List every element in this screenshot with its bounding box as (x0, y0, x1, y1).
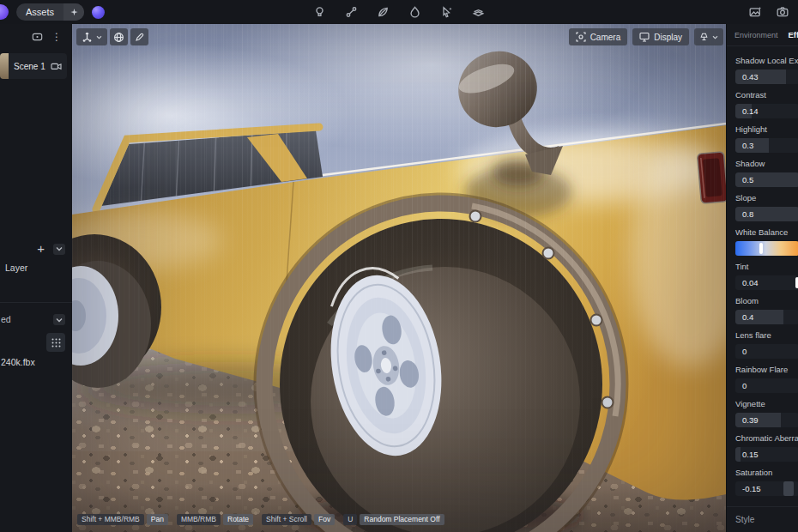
chevron-down-icon (96, 35, 102, 39)
scene-camera-icon[interactable] (51, 62, 62, 71)
hint-keys: MMB/RMB (177, 514, 221, 525)
assets-label: Assets (16, 3, 63, 21)
leaf-tool-icon[interactable] (378, 6, 390, 18)
hint-pair: Shift + Scroll Fov (262, 514, 335, 525)
app-badge[interactable] (0, 4, 9, 20)
slider-handle[interactable] (783, 481, 794, 496)
slider-label: Highlight (735, 124, 798, 134)
tab-environment[interactable]: Environment (735, 31, 778, 39)
tools-toolbar (314, 0, 485, 24)
slider-slope: Slope 0.8 (735, 193, 798, 221)
panel-tabs: EnvironmentEffect (727, 24, 798, 46)
scene-card-icon[interactable] (32, 32, 43, 42)
display-icon (639, 32, 650, 42)
hint-action: Random Placement Off (360, 514, 444, 525)
slider-value: 0.04 (742, 275, 759, 290)
slider-shadow: Shadow 0.5 (735, 159, 798, 187)
scene-item[interactable]: Scene 1 (0, 53, 67, 79)
slider-white-balance: White Balance (735, 227, 798, 256)
display-button-label: Display (654, 33, 682, 42)
slider-tint: Tint 0.04 (735, 262, 798, 290)
slider-value: 0.39 (742, 413, 759, 427)
sidebar-menu-icon[interactable]: ⋮ (51, 32, 62, 42)
sparkle-icon[interactable] (63, 3, 84, 21)
slider-track[interactable]: -0.15 (735, 481, 798, 496)
slider-track[interactable]: 0.14 (735, 104, 798, 118)
slider-fill (735, 447, 741, 462)
app-window: Assets (0, 0, 798, 532)
slider-saturation: Saturation -0.15 (735, 468, 798, 496)
scene-label: Scene 1 (14, 62, 45, 71)
slider-label: Contrast (735, 90, 798, 100)
camera-button[interactable]: Camera (569, 28, 628, 45)
slider-label: Shadow (735, 159, 798, 168)
lamp-icon (699, 32, 709, 42)
screenshot-camera-icon[interactable] (777, 6, 789, 18)
scatter-cursor-tool-icon[interactable] (441, 6, 453, 18)
effect-sliders: Shadow Local Exposure 0.43 Contrast 0.14… (727, 46, 798, 496)
hint-action: Fov (314, 514, 335, 525)
slider-track[interactable]: 0.43 (735, 70, 798, 84)
slider-track[interactable]: 0 (735, 344, 798, 359)
topbar: Assets (0, 0, 798, 24)
slider-track[interactable]: 0.5 (735, 172, 798, 187)
bone-tool-icon[interactable] (346, 6, 358, 18)
slider-value: 0.3 (742, 138, 753, 153)
user-avatar[interactable] (92, 6, 105, 19)
slider-label: White Balance (735, 227, 798, 237)
slider-value: 0 (742, 378, 747, 393)
display-button[interactable]: Display (632, 28, 689, 45)
scene-thumbnail (0, 53, 9, 79)
slider-lens-flare: Lens flare 0 (735, 330, 798, 359)
hint-keys: U (343, 514, 357, 525)
export-image-icon[interactable] (749, 6, 762, 18)
hint-pair: U Random Placement Off (343, 514, 444, 525)
imported-section-label: ed (1, 314, 11, 324)
slider-value: 0.5 (742, 172, 753, 187)
slider-label: Shadow Local Exposure (735, 56, 798, 65)
layer-section-label: Layer (5, 263, 27, 273)
slider-track[interactable]: 0.39 (735, 413, 798, 427)
transform-tool-button[interactable] (76, 28, 107, 45)
assets-button[interactable]: Assets (16, 3, 84, 21)
globe-environment-button[interactable] (110, 28, 128, 45)
slider-track[interactable]: 0.8 (735, 207, 798, 221)
slider-label: Bloom (735, 296, 798, 305)
car-render (72, 24, 726, 532)
hint-keys: Shift + Scroll (262, 514, 311, 525)
slider-track[interactable]: 0 (735, 378, 798, 393)
slider-handle[interactable] (759, 243, 763, 254)
layer-collapse-button[interactable] (53, 244, 65, 255)
slider-bloom: Bloom 0.4 (735, 296, 798, 324)
slider-track[interactable]: 0.3 (735, 138, 798, 153)
viewport-canvas[interactable]: Camera Display Shift + MMB/RMB Pan MMB/R… (72, 24, 726, 532)
slider-vignette: Vignette 0.39 (735, 399, 798, 427)
eyedropper-button[interactable] (130, 28, 148, 45)
hint-action: Rotate (223, 514, 253, 525)
effects-panel: EnvironmentEffect Shadow Local Exposure … (726, 24, 798, 532)
slider-value: -0.15 (742, 481, 761, 496)
slider-value: 0.43 (742, 70, 759, 84)
slider-shadow-local-exposure: Shadow Local Exposure 0.43 (735, 56, 798, 84)
slider-track[interactable]: 0.4 (735, 310, 798, 324)
light-settings-button[interactable] (694, 28, 723, 45)
slider-rainbow-flare: Rainbow Flare 0 (735, 365, 798, 393)
grid-view-button[interactable] (46, 333, 65, 352)
slider-label: Tint (735, 262, 798, 271)
asset-file-label[interactable]: 240k.fbx (1, 357, 35, 367)
slider-handle[interactable] (795, 277, 798, 288)
slider-value: 0 (742, 344, 747, 359)
imported-collapse-button[interactable] (53, 314, 65, 325)
slider-label: Lens flare (735, 330, 798, 340)
slider-label: Vignette (735, 399, 798, 408)
tab-effect[interactable]: Effect (789, 30, 798, 39)
light-tool-icon[interactable] (314, 6, 326, 18)
style-section-header[interactable]: Style (727, 506, 798, 532)
add-layer-button[interactable]: + (37, 243, 45, 255)
slider-track[interactable]: 0.15 (735, 447, 798, 462)
flame-tool-icon[interactable] (409, 6, 421, 18)
slider-track[interactable]: 0.04 (735, 275, 798, 290)
slider-chromatic-aberration: Chromatic Aberration 0.15 (735, 433, 798, 462)
terrain-layers-tool-icon[interactable] (473, 6, 485, 18)
slider-track[interactable] (735, 241, 798, 256)
